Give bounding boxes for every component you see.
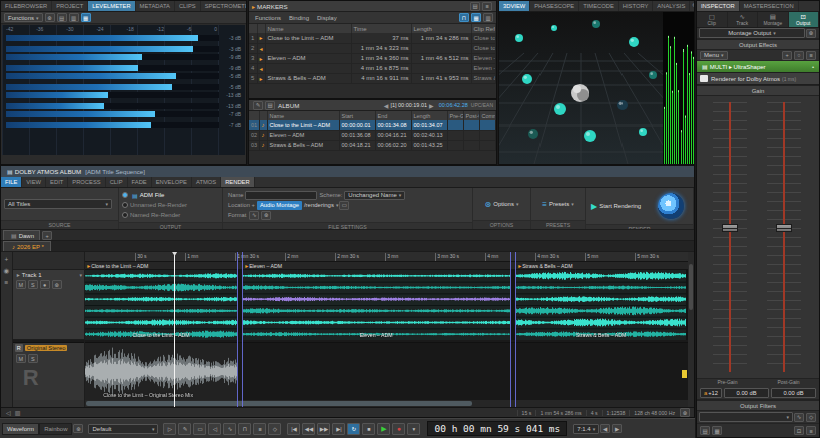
transport-tool-button[interactable]: ⊓ bbox=[238, 423, 251, 435]
location-path[interactable]: /renderings bbox=[304, 202, 334, 208]
snap-icon[interactable]: ▥ bbox=[15, 409, 21, 416]
unnamed-rerender-radio[interactable]: Unnamed Re-Render bbox=[122, 200, 219, 210]
montage-output-select[interactable]: Montage Output ▾ bbox=[699, 28, 805, 38]
album-row[interactable]: 03 ♪ Straws & Bells – ADM 00:04:18.21 00… bbox=[249, 140, 496, 150]
forward-button[interactable]: ▶▶ bbox=[317, 423, 330, 435]
loop-button[interactable]: ↻ bbox=[347, 423, 360, 435]
atmos-waveform[interactable] bbox=[85, 270, 688, 340]
meter-hold-icon[interactable]: ▦ bbox=[81, 13, 91, 22]
horizontal-scrollbar[interactable] bbox=[85, 400, 688, 407]
mute-button[interactable]: M bbox=[16, 354, 26, 363]
solo-button[interactable]: S bbox=[28, 280, 38, 289]
timeline-marker[interactable]: ▸ Eleven – ADM bbox=[245, 262, 282, 269]
scope-tab[interactable]: ▤ Montage bbox=[758, 12, 789, 27]
file-tab-dawn[interactable]: ▤ Dawn bbox=[3, 230, 40, 240]
format-options-icon[interactable]: ⊛ bbox=[261, 211, 271, 220]
atmos-3d-view[interactable] bbox=[499, 12, 663, 164]
fader-handle[interactable] bbox=[722, 224, 738, 232]
gear-icon[interactable]: ⊛ bbox=[45, 13, 55, 22]
scope-tab[interactable]: ▢ Clip bbox=[697, 12, 728, 27]
ribbon-tab[interactable]: ENVELOPE bbox=[152, 177, 192, 188]
ribbon-tab[interactable]: FADE bbox=[128, 177, 152, 188]
render-options-button[interactable]: ⊛ Options ▾ bbox=[483, 198, 521, 210]
timeline-marker[interactable]: ▸ Straws & Bells – ADM bbox=[518, 262, 572, 269]
column-header[interactable]: Comment bbox=[479, 111, 496, 120]
record-button[interactable]: ● bbox=[392, 423, 405, 435]
transport-tool-button[interactable]: ◁ bbox=[208, 423, 221, 435]
play-button[interactable]: ▶ bbox=[377, 423, 390, 435]
montage-title-bar[interactable]: ▤ DOLBY ATMOS ALBUM [ADM Title Sequence] bbox=[1, 166, 694, 177]
transport-tool-button[interactable]: ∿ bbox=[223, 423, 236, 435]
plugin-options-icon[interactable]: • bbox=[812, 64, 814, 70]
ribbon-tab[interactable]: RENDER bbox=[221, 177, 254, 188]
transport-tool-button[interactable]: ✎ bbox=[178, 423, 191, 435]
marker-list-icon[interactable]: ▦ bbox=[471, 13, 481, 22]
menu-item[interactable]: Display bbox=[317, 15, 337, 21]
ribbon-tab[interactable]: FILE bbox=[1, 177, 22, 188]
name-input[interactable] bbox=[245, 191, 317, 200]
go-to-end-button[interactable]: ▶| bbox=[332, 423, 345, 435]
track-gear-icon[interactable]: ⊛ bbox=[52, 280, 62, 289]
column-header[interactable]: Length bbox=[411, 24, 471, 33]
marker-row[interactable]: 4 ◂ 4 mn 16 s 875 ms Eleven – ADM bbox=[249, 63, 496, 73]
scrollbar-thumb[interactable] bbox=[689, 264, 693, 310]
track1-header[interactable]: ▸ Track 1 ▾ M S ● ⊛ bbox=[13, 270, 84, 340]
marker-row[interactable]: 2 ◂ 1 mn 34 s 323 ms Close to the Limit … bbox=[249, 43, 496, 53]
add-tab-button[interactable]: + bbox=[42, 231, 52, 240]
effect-slot-atmos-renderer[interactable]: Renderer for Dolby Atmos (1 ms) bbox=[697, 73, 819, 85]
marker-row[interactable]: 1 ▸ Close to the Limit – ADM 37 ms 1 mn … bbox=[249, 33, 496, 43]
column-header[interactable]: Name bbox=[265, 24, 351, 33]
mute-button[interactable]: M bbox=[16, 280, 26, 289]
zoom-in-icon[interactable]: ▶ bbox=[612, 424, 622, 433]
speaker-icon[interactable]: ◁ bbox=[6, 409, 11, 416]
montage-tab-2026-ep[interactable]: ♪ 2026 EP * bbox=[3, 241, 51, 251]
chevron-down-icon[interactable]: ▾ bbox=[336, 202, 339, 208]
column-header[interactable] bbox=[257, 24, 265, 33]
ribbon-tab[interactable]: PROCESS bbox=[68, 177, 105, 188]
panel-tab[interactable]: ANALYSIS bbox=[653, 1, 690, 11]
meter-style-icon[interactable]: ▥ bbox=[69, 13, 79, 22]
ribbon-tab[interactable]: CLIP bbox=[106, 177, 128, 188]
start-rendering-button[interactable]: ▶ Start Rendering bbox=[589, 200, 643, 212]
solo-button[interactable]: S bbox=[28, 354, 38, 363]
lock-icon[interactable]: ⊡ bbox=[794, 426, 804, 435]
post-gain-fader[interactable] bbox=[767, 102, 801, 372]
post-gain-value[interactable]: 0.00 dB bbox=[771, 388, 816, 398]
go-to-start-button[interactable]: |◀ bbox=[287, 423, 300, 435]
menu-icon[interactable]: ≡ bbox=[4, 279, 8, 286]
ribbon-tab[interactable]: ATMOS bbox=[192, 177, 221, 188]
column-header[interactable]: Pre-Gap bbox=[447, 111, 463, 120]
menu-icon[interactable]: ≡ bbox=[806, 426, 816, 435]
zoom-tool-icon[interactable]: ◉ bbox=[4, 267, 10, 275]
rewind-button[interactable]: ◀◀ bbox=[302, 423, 315, 435]
column-header[interactable] bbox=[249, 111, 259, 120]
atmos-track-lane[interactable]: Close to the Limit – ADMEleven – ADMStra… bbox=[85, 270, 688, 340]
status-item[interactable]: 4 s bbox=[586, 410, 602, 416]
pre-gain-fader[interactable] bbox=[713, 102, 747, 372]
upc-label[interactable]: UPC/EAN bbox=[471, 102, 493, 108]
column-header[interactable]: Clip Reference bbox=[471, 24, 496, 33]
marker-row[interactable]: 3 ▸ Eleven – ADM 1 mn 34 s 360 ms 1 mn 4… bbox=[249, 53, 496, 63]
dock-icon[interactable]: ▤ bbox=[470, 2, 480, 11]
marker-strip[interactable]: ▸ Close to the Limit – ADM ▸ Eleven – AD… bbox=[85, 262, 688, 270]
add-track-icon[interactable]: + bbox=[4, 256, 8, 263]
column-header[interactable]: Length bbox=[411, 111, 447, 120]
effect-slot-ultrashaper[interactable]: ▤ MULTI ▸ UltraShaper • bbox=[697, 61, 819, 73]
panel-tab[interactable]: HISTORY bbox=[619, 1, 654, 11]
next-track-icon[interactable]: ▶ bbox=[429, 102, 434, 109]
column-header[interactable]: Name bbox=[267, 111, 339, 120]
more-icon[interactable]: ≡ bbox=[806, 51, 816, 60]
gear-icon[interactable]: ⊛ bbox=[806, 29, 816, 38]
effects-menu-button[interactable]: Menu▾ bbox=[700, 51, 728, 60]
prev-track-icon[interactable]: ◀ bbox=[384, 102, 389, 109]
panel-tab[interactable]: TIMECODE bbox=[579, 1, 619, 11]
column-header[interactable]: End bbox=[375, 111, 411, 120]
stop-button[interactable]: ■ bbox=[362, 423, 375, 435]
render-source-select[interactable]: All Titles ▾ bbox=[4, 199, 112, 209]
scope-tab[interactable]: ⊡ Output bbox=[789, 12, 820, 27]
panel-tab[interactable]: LEVELMETER bbox=[88, 1, 135, 11]
panel-tab[interactable]: FILEBROWSER bbox=[1, 1, 52, 11]
column-header[interactable]: Time bbox=[351, 24, 411, 33]
output-filters-header[interactable]: Output Filters bbox=[697, 400, 819, 411]
menu-item[interactable]: Binding bbox=[289, 15, 309, 21]
